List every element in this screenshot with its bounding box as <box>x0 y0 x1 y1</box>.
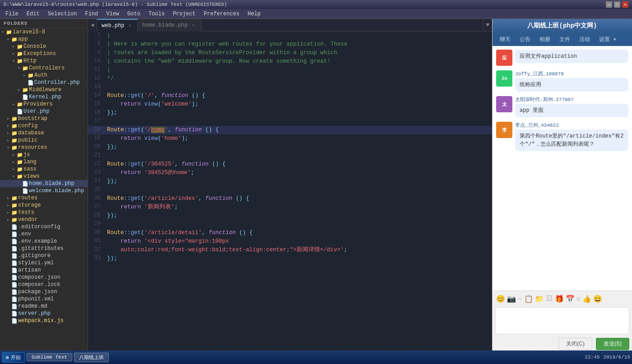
sidebar-item-User-php[interactable]: 📄User.php <box>0 108 88 115</box>
tab-home-blade[interactable]: home.blade.php ✕ <box>138 19 201 32</box>
folder-icon: 📁 <box>11 195 18 201</box>
emoji-gear[interactable]: ⚙ <box>576 295 581 304</box>
sidebar-item-Auth[interactable]: ▸📁Auth <box>0 72 88 79</box>
tree-item-label: Exceptions <box>23 51 56 57</box>
tree-arrow-icon: ▸ <box>11 101 16 107</box>
menu-item-help[interactable]: Help <box>244 10 265 18</box>
chat-close-button[interactable]: 关闭(C) <box>558 338 592 350</box>
taskbar-chat[interactable]: 八期线上班 <box>74 353 109 362</box>
menu-item-goto[interactable]: Goto <box>124 10 144 18</box>
sidebar-item-Http[interactable]: ▾📁Http <box>0 57 88 65</box>
sidebar-item-sass[interactable]: ▸📁sass <box>0 166 88 173</box>
taskbar-time: 22:45 <box>585 355 600 360</box>
sidebar-item-js[interactable]: ▸📁js <box>0 151 88 158</box>
tree-item-label: sass <box>23 166 37 172</box>
menu-item-tools[interactable]: Tools <box>145 10 168 18</box>
menu-item-edit[interactable]: Edit <box>23 10 43 18</box>
sidebar-item-Exceptions[interactable]: ▸📁Exceptions <box>0 50 88 57</box>
tab-close-web-php[interactable]: ✕ <box>127 22 133 29</box>
sidebar-item-views[interactable]: ▾📁views <box>0 173 88 180</box>
tree-item-label: resources <box>18 144 47 151</box>
sidebar-item-Kernel-php[interactable]: 📄Kernel.php <box>0 93 88 101</box>
start-button[interactable]: ⊞ 开始 <box>2 352 25 363</box>
emoji-gift[interactable]: 🎁 <box>555 295 564 304</box>
sidebar-item-artisan[interactable]: 📄artisan <box>0 267 88 274</box>
file-icon: 📄 <box>11 304 18 309</box>
menu-item-selection[interactable]: Selection <box>44 10 81 18</box>
emoji-smile[interactable]: 😊 <box>496 295 505 304</box>
sidebar-item-storage[interactable]: ▸📁storage <box>0 202 88 209</box>
sidebar-item--env[interactable]: 📄.env <box>0 230 88 238</box>
sidebar-item-composer-json[interactable]: 📄composer.json <box>0 274 88 281</box>
sidebar-item-tests[interactable]: ▸📁tests <box>0 209 88 216</box>
sidebar-item-Middleware[interactable]: ▸📁Middleware <box>0 86 88 93</box>
sidebar-item-server-php[interactable]: 📄server.php <box>0 310 88 317</box>
sidebar-item--gitattributes[interactable]: 📄.gitattributes <box>0 245 88 252</box>
sidebar-item-resources[interactable]: ▾📁resources <box>0 144 88 151</box>
chat-nav-设置[interactable]: 设置 ▾ <box>595 35 620 44</box>
chat-send-button[interactable]: 发送(S) <box>596 338 629 350</box>
chat-nav-相册[interactable]: 相册 <box>536 35 554 44</box>
sidebar-item-routes[interactable]: ▸📁routes <box>0 194 88 202</box>
sidebar-item-laravel5-8[interactable]: ▾📁laravel5-8 <box>0 28 88 36</box>
sidebar-item-lang[interactable]: ▸📁lang <box>0 158 88 166</box>
tree-arrow-icon: ▾ <box>11 174 16 179</box>
sidebar-item-Controller-php[interactable]: 📄Controller.php <box>0 79 88 86</box>
sidebar-item-phpunit-xml[interactable]: 📄phpunit.xml <box>0 295 88 303</box>
menu-item-find[interactable]: Find <box>81 10 102 18</box>
sidebar-item-Controllers[interactable]: ▾📁Controllers <box>0 65 88 72</box>
sidebar-item--editorconfig[interactable]: 📄.editorconfig <box>0 223 88 230</box>
menu-item-preferences[interactable]: Preferences <box>200 10 243 18</box>
file-icon: 📄 <box>11 289 18 295</box>
sidebar-item-config[interactable]: ▸📁config <box>0 122 88 129</box>
emoji-image[interactable]: 🖼 <box>546 295 553 304</box>
sidebar-item-styleci-yml[interactable]: 📄styleci.yml <box>0 259 88 267</box>
sidebar-item-app[interactable]: ▾📁app <box>0 36 88 43</box>
sidebar-item-database[interactable]: ▸📁database <box>0 129 88 137</box>
maximize-button[interactable]: □ <box>614 1 620 8</box>
menu-item-file[interactable]: File <box>2 10 22 18</box>
emoji-folder[interactable]: 📁 <box>535 295 544 304</box>
chat-nav-公告[interactable]: 公告 <box>516 35 534 44</box>
sidebar-item--gitignore[interactable]: 📄.gitignore <box>0 252 88 259</box>
emoji-clipboard[interactable]: 📋 <box>524 295 533 304</box>
menu-item-view[interactable]: View <box>102 10 123 18</box>
sidebar-item-composer-lock[interactable]: 📄composer.lock <box>0 281 88 288</box>
code-editor[interactable]: 7 | 8 | Here is where you can register w… <box>88 32 492 353</box>
emoji-scissors[interactable]: ✂ <box>518 295 522 304</box>
sidebar-item-public[interactable]: ▸📁public <box>0 137 88 144</box>
file-icon: 📄 <box>11 246 18 252</box>
emoji-camera[interactable]: 📷 <box>507 295 516 304</box>
chat-text-input[interactable] <box>495 307 629 334</box>
chat-messages: 应应用文件applicationJoJoffy_江西_108079统称应用太太阳… <box>493 46 632 290</box>
chat-nav: 聊天公告相册文件活动设置 ▾ <box>493 32 632 46</box>
close-button[interactable]: ✕ <box>622 1 628 8</box>
minimize-button[interactable]: — <box>606 1 612 8</box>
emoji-happy[interactable]: 😄 <box>593 295 602 304</box>
emoji-calendar[interactable]: 📅 <box>566 295 575 304</box>
tab-close-home-blade[interactable]: ✕ <box>191 22 196 28</box>
chat-nav-活动[interactable]: 活动 <box>576 35 594 44</box>
chat-nav-文件[interactable]: 文件 <box>556 35 574 44</box>
chat-nav-聊天[interactable]: 聊天 <box>496 35 514 44</box>
menu-item-project[interactable]: Project <box>169 10 199 18</box>
chat-avatar-2: 太 <box>496 96 512 112</box>
sidebar-item--env-example[interactable]: 📄.env.example <box>0 238 88 245</box>
code-line-8: 8 | Here is where you can register web r… <box>88 40 492 49</box>
sidebar-item-package-json[interactable]: 📄package.json <box>0 288 88 295</box>
sidebar-item-home-blade-php[interactable]: 📄home.blade.php <box>0 180 88 187</box>
emoji-thumbsup[interactable]: 👍 <box>582 295 591 304</box>
sidebar-item-readme-md[interactable]: 📄readme.md <box>0 303 88 310</box>
tab-web-php[interactable]: web.php ✕ <box>97 19 138 32</box>
sidebar-item-webpack-mix-js[interactable]: 📄webpack.mix.js <box>0 317 88 324</box>
file-icon: 📄 <box>11 239 18 244</box>
taskbar-sublime[interactable]: Sublime Text <box>27 353 72 361</box>
sidebar-item-bootstrap[interactable]: ▸📁bootstrap <box>0 115 88 122</box>
sidebar-item-vendor[interactable]: ▸📁vendor <box>0 216 88 223</box>
tab-dropdown-button[interactable]: ▼ <box>483 19 492 32</box>
tab-back-button[interactable]: ◀ <box>88 19 97 32</box>
chat-content-2: 太阳深时代-郑州-277997app 里面 <box>515 96 628 117</box>
sidebar-item-Providers[interactable]: ▸📁Providers <box>0 101 88 108</box>
sidebar-item-Console[interactable]: ▸📁Console <box>0 43 88 50</box>
sidebar-item-welcome-blade-php[interactable]: 📄welcome.blade.php <box>0 187 88 194</box>
